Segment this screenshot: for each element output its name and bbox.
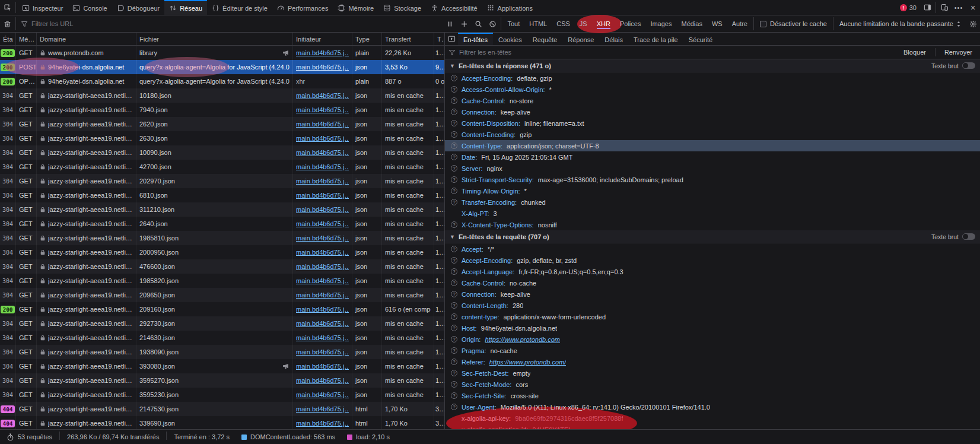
header-row[interactable]: ?Server:nginx xyxy=(445,163,980,174)
column-header[interactable]: T… xyxy=(434,33,445,45)
help-question-icon[interactable]: ? xyxy=(451,381,457,388)
column-header[interactable]: Éta xyxy=(0,33,16,45)
initiator-link[interactable]: main.bd4b6d75.j… xyxy=(296,117,349,131)
column-header[interactable]: Initiateur xyxy=(293,33,352,45)
header-row[interactable]: ?Timing-Allow-Origin:* xyxy=(445,185,980,196)
filter-chip-ws[interactable]: WS xyxy=(708,17,727,31)
initiator-link[interactable]: main.bd4b6d75.j… xyxy=(296,160,349,174)
column-header[interactable]: Transfert xyxy=(382,33,434,45)
help-question-icon[interactable]: ? xyxy=(451,336,457,342)
header-row[interactable]: ?Accept-Encoding:gzip, deflate, br, zstd xyxy=(445,255,980,266)
filter-chip-polices[interactable]: Polices xyxy=(616,17,645,31)
request-row[interactable]: 304GETjazzy-starlight-aeea19.netli…10180… xyxy=(0,88,444,103)
initiator-link[interactable]: main.bd4b6d75.j… xyxy=(296,245,349,259)
help-question-icon[interactable]: ? xyxy=(451,142,457,149)
filter-chip-images[interactable]: Images xyxy=(646,17,676,31)
header-row[interactable]: ?Cache-Control:no-cache xyxy=(445,277,980,288)
help-question-icon[interactable]: ? xyxy=(451,291,457,297)
request-row[interactable]: 200GETwww.protondb.comlibrarymain.bd4b6d… xyxy=(0,46,444,60)
help-question-icon[interactable]: ? xyxy=(451,246,457,252)
devtools-tab-r-seau[interactable]: Réseau xyxy=(164,0,207,15)
headers-filter-input[interactable] xyxy=(459,49,896,56)
initiator-link[interactable]: main.bd4b6d75.j… xyxy=(296,145,349,160)
request-row[interactable]: 304GETjazzy-starlight-aeea19.netli…21463… xyxy=(0,331,444,345)
responsive-design-icon[interactable] xyxy=(937,0,952,15)
requests-count[interactable]: 53 requêtes xyxy=(0,433,58,441)
header-row[interactable]: ?Sec-Fetch-Site:cross-site xyxy=(445,390,980,401)
initiator-link[interactable]: main.bd4b6d75.j… xyxy=(296,131,349,145)
header-row[interactable]: ?Content-Type:application/json; charset=… xyxy=(445,140,980,151)
request-row[interactable]: 304GETjazzy-starlight-aeea19.netli…2620.… xyxy=(0,117,444,131)
request-row[interactable]: 304GETjazzy-starlight-aeea19.netli…20009… xyxy=(0,245,444,259)
header-row[interactable]: X-Alg-PT:3 xyxy=(445,208,980,219)
request-row[interactable]: 304GETjazzy-starlight-aeea19.netli…31121… xyxy=(0,202,444,217)
help-question-icon[interactable]: ? xyxy=(451,302,457,309)
header-row[interactable]: ?Transfer-Encoding:chunked xyxy=(445,196,980,208)
header-row[interactable]: ?Accept-Encoding:deflate, gzip xyxy=(445,72,980,84)
help-question-icon[interactable]: ? xyxy=(451,370,457,376)
request-row[interactable]: 304GETjazzy-starlight-aeea19.netli…20297… xyxy=(0,174,444,188)
initiator-link[interactable]: main.bd4b6d75.j… xyxy=(296,60,349,74)
initiator-link[interactable]: main.bd4b6d75.j… xyxy=(296,88,349,103)
details-tab-trace-de-la-pile[interactable]: Trace de la pile xyxy=(628,33,683,45)
header-row[interactable]: ?Accept:*/* xyxy=(445,243,980,255)
filter-chip-médias[interactable]: Médias xyxy=(677,17,706,31)
initiator-link[interactable]: main.bd4b6d75.j… xyxy=(296,416,349,429)
split-pane-icon[interactable] xyxy=(445,33,458,45)
details-tab-cookies[interactable]: Cookies xyxy=(493,33,527,45)
header-row[interactable]: ?Origin:https://www.protondb.com xyxy=(445,334,980,345)
disable-cache-checkbox[interactable] xyxy=(760,21,766,27)
initiator-link[interactable]: main.bd4b6d75.j… xyxy=(296,345,349,359)
initiator-link[interactable]: main.bd4b6d75.j… xyxy=(296,288,349,302)
request-row[interactable]: 304GETjazzy-starlight-aeea19.netli…6810.… xyxy=(0,188,444,202)
network-settings-gear-icon[interactable] xyxy=(966,15,980,32)
initiator-link[interactable]: main.bd4b6d75.j… xyxy=(296,174,349,188)
header-row[interactable]: ?Strict-Transport-Security:max-age=31536… xyxy=(445,174,980,185)
block-request-icon[interactable] xyxy=(485,15,499,32)
new-request-icon[interactable] xyxy=(457,15,471,32)
help-question-icon[interactable]: ? xyxy=(451,75,457,81)
request-row[interactable]: 304GETjazzy-starlight-aeea19.netli…19858… xyxy=(0,274,444,288)
column-header[interactable]: Fichier xyxy=(136,33,293,45)
request-row[interactable]: 304GETjazzy-starlight-aeea19.netli…47660… xyxy=(0,259,444,274)
request-row[interactable]: 304GETjazzy-starlight-aeea19.netli…19380… xyxy=(0,345,444,359)
initiator-link[interactable]: main.bd4b6d75.j… xyxy=(296,217,349,231)
devtools-tab-inspecteur[interactable]: Inspecteur xyxy=(17,0,68,15)
initiator-link[interactable]: main.bd4b6d75.j… xyxy=(296,402,349,416)
header-row[interactable]: x-algolia-api-key:9ba0e69fb2974316cdaec8… xyxy=(445,413,980,424)
raw-toggle[interactable]: Texte brut xyxy=(931,233,975,240)
request-row[interactable]: 304GETjazzy-starlight-aeea19.netli…35952… xyxy=(0,373,444,388)
help-question-icon[interactable]: ? xyxy=(451,313,457,320)
help-question-icon[interactable]: ? xyxy=(451,325,457,331)
request-row[interactable]: 304GETjazzy-starlight-aeea19.netli…35952… xyxy=(0,388,444,402)
request-row[interactable]: 200POST94he6yatei-dsn.algolia.netquery?x… xyxy=(0,60,444,74)
element-picker-icon[interactable] xyxy=(0,0,14,15)
help-question-icon[interactable]: ? xyxy=(451,165,457,172)
details-tab-requ-te[interactable]: Requête xyxy=(527,33,563,45)
initiator-link[interactable]: main.bd4b6d75.j… xyxy=(296,316,349,331)
request-row[interactable]: 200OP…94he6yatei-dsn.algolia.netquery?x-… xyxy=(0,74,444,88)
url-filter-input[interactable] xyxy=(31,20,443,27)
devtools-tab-performances[interactable]: Performances xyxy=(272,0,333,15)
help-question-icon[interactable]: ? xyxy=(451,347,457,354)
raw-toggle[interactable]: Texte brut xyxy=(931,62,975,69)
header-row[interactable]: ?Host:94he6yatei-dsn.algolia.net xyxy=(445,322,980,334)
header-value-link[interactable]: https://www.protondb.com/ xyxy=(489,359,567,366)
column-header[interactable]: Domaine xyxy=(37,33,136,45)
header-row[interactable]: ?Access-Control-Allow-Origin:* xyxy=(445,84,980,95)
meatball-menu-icon[interactable]: ••• xyxy=(952,0,966,15)
header-row[interactable]: ?X-Content-Type-Options:nosniff xyxy=(445,219,980,230)
resend-button[interactable]: Renvoyer xyxy=(940,49,976,56)
help-question-icon[interactable]: ? xyxy=(451,188,457,194)
request-row[interactable]: 304GETjazzy-starlight-aeea19.netli…7940.… xyxy=(0,103,444,117)
help-question-icon[interactable]: ? xyxy=(451,199,457,205)
header-row[interactable]: ?User-Agent:Mozilla/5.0 (X11; Linux x86_… xyxy=(445,401,980,413)
header-row[interactable]: ?Date:Fri, 15 Aug 2025 21:05:14 GMT xyxy=(445,151,980,163)
initiator-link[interactable]: main.bd4b6d75.j… xyxy=(296,388,349,402)
header-row[interactable]: ?Sec-Fetch-Dest:empty xyxy=(445,367,980,379)
request-row[interactable]: 304GETjazzy-starlight-aeea19.netli…29273… xyxy=(0,316,444,331)
help-question-icon[interactable]: ? xyxy=(451,154,457,160)
section-header[interactable]: ▼En-têtes de la requête (707 o)Texte bru… xyxy=(445,230,980,243)
filter-chip-autre[interactable]: Autre xyxy=(728,17,752,31)
header-row[interactable]: ?Content-Encoding:gzip xyxy=(445,129,980,140)
